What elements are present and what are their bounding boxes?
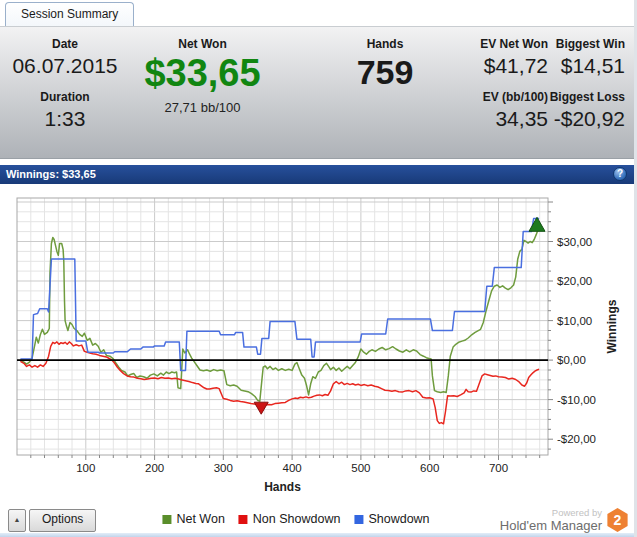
date-label: Date (0, 37, 130, 51)
stat-biggest: Biggest Win $14,51 Biggest Loss -$20,92 (530, 27, 625, 131)
svg-text:300: 300 (214, 462, 233, 474)
svg-text:-$20,00: -$20,00 (557, 433, 596, 445)
stat-date-duration: Date 06.07.2015 Duration 1:33 (0, 27, 130, 131)
winnings-chart: 100200300400500600700-$20,00-$10,00$0,00… (0, 184, 634, 506)
legend-label: Showdown (368, 512, 429, 526)
tab-session-summary[interactable]: Session Summary (5, 2, 134, 26)
holdem-manager-2-logo-icon: 2 (606, 508, 629, 532)
x-axis-title: Hands (264, 480, 301, 494)
svg-text:$20,00: $20,00 (557, 275, 592, 287)
svg-text:$0,00: $0,00 (557, 354, 586, 366)
window-bottom-edge (0, 533, 634, 537)
powered-by-label: Powered by (500, 507, 602, 518)
legend-label: Non Showdown (253, 512, 341, 526)
duration-label: Duration (0, 90, 130, 104)
biggest-win-label: Biggest Win (530, 37, 625, 51)
options-group: ▲ Options (8, 509, 96, 532)
svg-text:-$10,00: -$10,00 (557, 394, 596, 406)
session-summary-window: Session Summary Date 06.07.2015 Duration… (0, 0, 637, 537)
biggest-loss-label: Biggest Loss (530, 90, 625, 104)
collapse-options-button[interactable]: ▲ (8, 509, 26, 532)
winnings-title: Winnings: $33,65 (6, 168, 96, 180)
powered-by-block: Powered by Hold'em Manager 2 (500, 507, 629, 533)
biggest-win-value: $14,51 (530, 54, 625, 78)
y-axis-title: Winnings (605, 299, 619, 353)
svg-text:500: 500 (351, 462, 370, 474)
svg-text:700: 700 (489, 462, 508, 474)
chart-area: 100200300400500600700-$20,00-$10,00$0,00… (0, 184, 634, 506)
legend-item-showdown: Showdown (354, 512, 429, 526)
net-won-swatch-icon (162, 515, 171, 524)
duration-value: 1:33 (0, 107, 130, 131)
tab-label: Session Summary (21, 7, 118, 21)
net-won-bb100: 27,71 bb/100 (130, 100, 275, 115)
y-axis-labels: -$20,00-$10,00$0,00$10,00$20,00$30,00 (557, 236, 596, 446)
options-button[interactable]: Options (29, 509, 96, 532)
footer-bar: ▲ Options Net Won Non Showdown Showdown … (0, 506, 634, 533)
svg-text:100: 100 (76, 462, 95, 474)
tab-strip: Session Summary (0, 0, 634, 26)
net-won-label: Net Won (130, 37, 275, 51)
help-icon[interactable]: ? (613, 167, 627, 181)
stat-net-won: Net Won $33,65 27,71 bb/100 (130, 27, 275, 115)
svg-text:600: 600 (420, 462, 439, 474)
showdown-swatch-icon (354, 515, 363, 524)
stats-panel: Date 06.07.2015 Duration 1:33 Net Won $3… (0, 26, 634, 159)
legend-item-non-showdown: Non Showdown (239, 512, 341, 526)
svg-text:200: 200 (145, 462, 164, 474)
winnings-header-bar: Winnings: $33,65 ? (0, 165, 634, 184)
biggest-loss-value: -$20,92 (530, 107, 625, 131)
legend-label: Net Won (176, 512, 224, 526)
svg-text:$30,00: $30,00 (557, 236, 592, 248)
non-showdown-swatch-icon (239, 515, 248, 524)
svg-text:$10,00: $10,00 (557, 315, 592, 327)
net-won-value: $33,65 (130, 51, 275, 95)
brand-name: Hold'em Manager (500, 518, 602, 533)
svg-text:400: 400 (283, 462, 302, 474)
date-value: 06.07.2015 (0, 54, 130, 78)
chart-legend: Net Won Non Showdown Showdown (155, 512, 436, 526)
legend-item-net-won: Net Won (162, 512, 224, 526)
x-axis-labels: 100200300400500600700 (76, 462, 508, 474)
powered-by-text: Powered by Hold'em Manager (500, 507, 602, 533)
